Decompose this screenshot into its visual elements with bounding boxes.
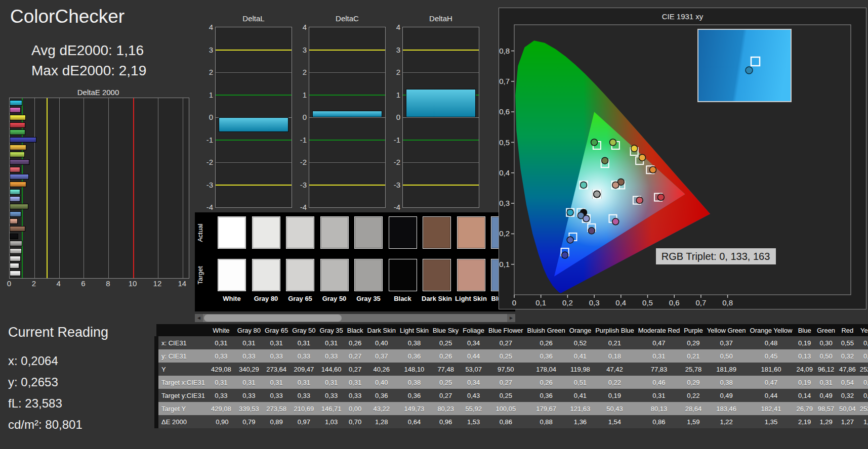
swatch-name: Gray 80 <box>250 295 283 302</box>
table-cell: 0,31 <box>815 376 837 389</box>
cie-measured-green <box>591 139 598 146</box>
table-cell: 0,33 <box>209 349 235 363</box>
swatch-target-white <box>218 259 246 291</box>
deltae-bar-blue-flower <box>10 196 20 202</box>
col-header-gray-80: Gray 80 <box>235 324 263 336</box>
table-cell: 0,52 <box>567 336 593 349</box>
col-header-purplish-blue: Purplish Blue <box>593 324 636 336</box>
row-label: Target y:CIE31 <box>156 389 209 402</box>
scrollbar-right-arrow-icon[interactable]: ► <box>507 314 515 322</box>
table-cell: 0,31 <box>209 376 235 389</box>
cie-measured-bluish-green <box>581 182 587 188</box>
gridline <box>216 140 292 141</box>
col-header-gray-35: Gray 35 <box>318 324 345 336</box>
table-cell: 0,37 <box>365 349 398 363</box>
cie-measured-moderate-red <box>636 197 643 204</box>
col-header-orange-yellow: Orange Yellow <box>748 324 795 336</box>
svg-text:0,8: 0,8 <box>722 298 733 307</box>
gridline <box>216 72 292 73</box>
table-cell: 0,26 <box>431 349 461 363</box>
row-label: Target x:CIE31 <box>156 376 209 389</box>
table-cell: 0,25 <box>431 336 461 349</box>
table-cell: 0,31 <box>263 376 290 389</box>
deltae-bar-green <box>10 129 25 135</box>
swatch-scrollbar[interactable]: ◄ ► <box>195 314 515 322</box>
deltae2000-plot-area <box>9 98 189 279</box>
svg-text:0,1: 0,1 <box>499 260 510 268</box>
table-cell: 181,60 <box>748 363 795 376</box>
y-tick-label: -3 <box>294 181 307 189</box>
table-cell: 210,69 <box>290 402 317 415</box>
svg-text:0,3: 0,3 <box>499 199 510 207</box>
table-cell: 0,46 <box>636 376 682 389</box>
deltae2000-x-axis: 02468101214 <box>9 279 188 289</box>
swatch-actual-gray-65 <box>286 216 314 249</box>
table-cell: 0,33 <box>209 389 235 402</box>
x-tick-label: 6 <box>81 279 85 288</box>
table-cell: 0,21 <box>593 336 636 349</box>
swatch-target-gray-80 <box>252 259 280 291</box>
deltal-plot: 43210-1-2-3-4 <box>215 27 292 208</box>
table-cell: 24,09 <box>794 363 815 376</box>
deltac-chart: DeltaC43210-1-2-3-4 <box>309 10 386 208</box>
gridline <box>309 72 385 73</box>
deltae-bar-red <box>10 122 25 128</box>
y-tick-label: -1 <box>294 136 307 144</box>
swatch-row-label: Actual <box>196 223 204 242</box>
table-row: x: CIE310,310,310,310,310,310,260,400,38… <box>156 336 868 349</box>
cie-measured-yellow-green <box>609 139 616 146</box>
table-cell: 0,22 <box>593 376 636 389</box>
table-cell: 80,13 <box>636 402 682 415</box>
table-cell: 1,22 <box>705 415 748 428</box>
col-header-gray-50: Gray 50 <box>290 324 317 336</box>
svg-text:0,5: 0,5 <box>642 298 653 307</box>
cie-measured-purplish-blue <box>567 237 573 243</box>
deltae-bar-gray-65 <box>10 256 21 261</box>
table-cell: 0,88 <box>525 415 567 428</box>
table-cell: 0,32 <box>837 389 858 402</box>
swatch-actual-gray-50 <box>320 216 349 249</box>
svg-text:0,5: 0,5 <box>499 138 510 147</box>
table-cell: 0,27 <box>486 376 525 389</box>
scrollbar-thumb[interactable] <box>204 315 342 322</box>
table-cell: 0,36 <box>398 389 431 402</box>
table-cell: 1,33 <box>858 415 868 428</box>
avg-de2000-value: Avg dE2000: 1,16 <box>31 42 144 59</box>
table-cell: 182,41 <box>748 402 795 415</box>
swatch-actual-white <box>218 216 246 249</box>
y-tick-label: 2 <box>294 68 307 76</box>
table-row: Y429,08340,29273,64209,47144,600,2740,26… <box>156 363 868 376</box>
svg-text:0,4: 0,4 <box>499 168 510 177</box>
y-tick-label: 4 <box>387 23 400 31</box>
deltah-chart: DeltaH43210-1-2-3-4 <box>402 10 479 208</box>
table-cell: 0,50 <box>705 349 748 363</box>
table-cell: 0,30 <box>815 336 837 349</box>
table-cell: 43,22 <box>365 402 398 415</box>
table-row: y: CIE310,330,330,330,330,330,270,370,36… <box>156 349 868 363</box>
current-reading-fl: fL: 23,583 <box>8 396 62 411</box>
deltae2000-chart: DeltaE 2000 02468101214 <box>7 88 189 292</box>
table-cell: 0,13 <box>794 349 815 363</box>
table-cell: 209,47 <box>290 363 317 376</box>
swatch-target-gray-35 <box>354 259 383 291</box>
table-row: Target x:CIE310,310,310,310,310,310,310,… <box>156 376 868 389</box>
table-cell: 0,31 <box>345 376 365 389</box>
y-tick-label: -2 <box>200 158 213 166</box>
scrollbar-left-arrow-icon[interactable]: ◄ <box>195 314 203 322</box>
table-cell: 0,45 <box>858 376 868 389</box>
swatch-actual-gray-35 <box>354 216 383 249</box>
table-cell: 0,50 <box>815 349 837 363</box>
deltae-bar-yellow <box>10 115 26 120</box>
table-cell: 0,49 <box>705 389 748 402</box>
svg-text:0: 0 <box>512 298 516 307</box>
table-cell: 0,96 <box>431 415 461 428</box>
table-cell: 53,07 <box>461 363 486 376</box>
svg-text:0,1: 0,1 <box>535 298 546 307</box>
deltae-bar-orange <box>10 182 26 187</box>
col-header-blue-flower: Blue Flower <box>486 324 525 336</box>
table-cell: 0,47 <box>858 389 868 402</box>
swatch-name: Black <box>386 295 420 302</box>
col-header-dark-skin: Dark Skin <box>365 324 398 336</box>
deltae-bar-light-skin <box>10 218 18 224</box>
table-cell: 0,33 <box>318 389 345 402</box>
